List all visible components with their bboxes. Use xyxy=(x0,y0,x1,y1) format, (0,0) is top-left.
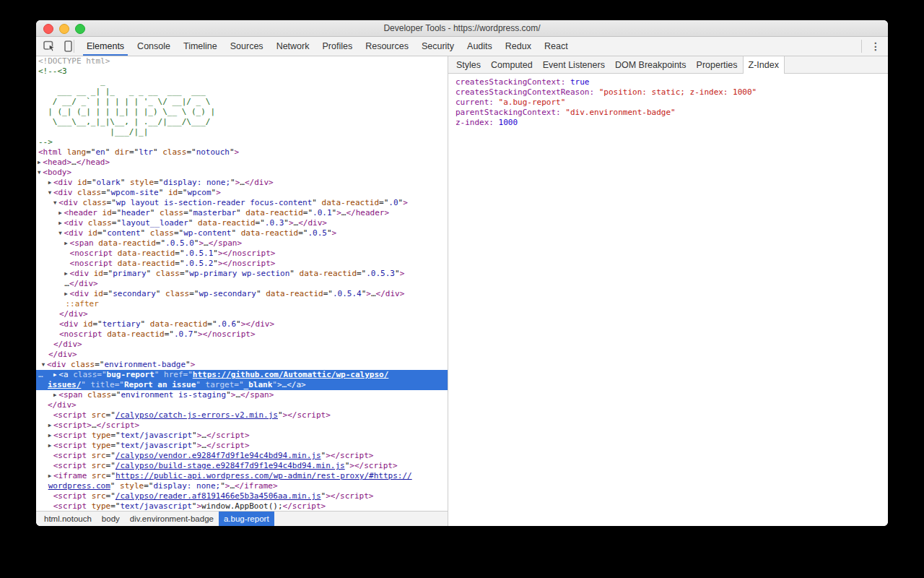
tab-sources[interactable]: Sources xyxy=(224,37,270,56)
title-bar: Developer Tools - https://wordpress.com/ xyxy=(36,20,888,37)
sidebar-tab-properties[interactable]: Properties xyxy=(692,56,743,73)
zindex-prop-current: current: "a.bug-report" xyxy=(456,98,888,108)
expand-arrow-icon[interactable]: ▶ xyxy=(48,420,53,431)
tree-line[interactable]: </div> xyxy=(36,350,448,360)
tab-audits[interactable]: Audits xyxy=(461,37,499,56)
sidebar-tab-dom-breakpoints[interactable]: DOM Breakpoints xyxy=(610,56,692,73)
tree-line[interactable]: </div> xyxy=(36,400,448,410)
expand-arrow-icon[interactable]: ▶ xyxy=(48,441,53,451)
tree-line[interactable]: ▶<span class="environment is-staging">…<… xyxy=(36,390,448,400)
expand-arrow-icon[interactable]: ▶ xyxy=(58,218,64,228)
zindex-prop-createsstackingcontextreason: createsStackingContextReason: "position:… xyxy=(456,87,888,98)
tree-line[interactable]: ▶<header id="header" class="masterbar" d… xyxy=(36,208,448,218)
tree-line[interactable]: ::after xyxy=(36,299,448,309)
close-window-button[interactable] xyxy=(43,24,53,34)
sidebar-tab-z-index[interactable]: Z-Index xyxy=(743,56,785,74)
expand-arrow-icon[interactable]: ▶ xyxy=(48,178,53,188)
inspect-element-icon[interactable] xyxy=(43,40,56,52)
tree-line[interactable]: ▼<body> xyxy=(36,168,448,178)
tree-line[interactable]: ▶<script type="text/javascript">…</scrip… xyxy=(36,431,448,441)
zindex-prop-parentstackingcontext: parentStackingContext: "div.environment-… xyxy=(456,108,888,118)
expand-arrow-icon[interactable]: ▶ xyxy=(48,471,53,481)
tree-line[interactable]: <div id="tertiary" data-reactid=".0.6"><… xyxy=(36,319,448,329)
tree-line[interactable]: ▼<div class="environment-badge"> xyxy=(36,360,448,370)
tab-resources[interactable]: Resources xyxy=(359,37,415,56)
zindex-prop-z-index: z-index: 1000 xyxy=(456,118,888,128)
breadcrumb: html.notouchbodydiv.environment-badgea.b… xyxy=(36,511,448,526)
tree-line[interactable]: ▶<script type="text/javascript">…</scrip… xyxy=(36,441,448,451)
expand-arrow-icon[interactable]: ▶ xyxy=(64,238,69,249)
tree-line[interactable]: <script src="/calypso/vendor.e9284f7d9f1… xyxy=(36,451,448,461)
breadcrumb-item-a-bug-report[interactable]: a.bug-report xyxy=(219,512,274,526)
breadcrumb-item-div-environment-badge[interactable]: div.environment-badge xyxy=(125,512,219,526)
collapse-arrow-icon[interactable]: ▼ xyxy=(48,188,53,198)
tree-line[interactable]: ▼<div id="content" class="wp-content" da… xyxy=(36,228,448,238)
window-title: Developer Tools - https://wordpress.com/ xyxy=(36,23,888,33)
tree-line[interactable]: ▼<div class="wpcom-site" id="wpcom"> xyxy=(36,188,448,198)
tree-line[interactable]: ▶<div id="secondary" class="wp-secondary… xyxy=(36,289,448,299)
sidebar-tab-event-listeners[interactable]: Event Listeners xyxy=(538,56,610,73)
tree-line[interactable]: ▶<div class="layout__loader" data-reacti… xyxy=(36,218,448,228)
elements-panel: <!DOCTYPE html><!--<3 _ ___ __ _| |_ _ _… xyxy=(36,56,448,526)
zoom-window-button[interactable] xyxy=(75,24,85,34)
tree-line[interactable]: <script type="text/javascript">window.Ap… xyxy=(36,501,448,511)
sidebar-tab-styles[interactable]: Styles xyxy=(451,56,486,73)
collapse-arrow-icon[interactable]: ▼ xyxy=(42,360,47,370)
more-actions-icon[interactable]: … xyxy=(38,370,44,380)
devtools-menu-icon[interactable]: ⋮ xyxy=(863,37,888,56)
tree-line[interactable]: ▶<span data-reactid=".0.5.0">…</span> xyxy=(36,238,448,249)
breadcrumb-item-html-notouch[interactable]: html.notouch xyxy=(39,512,97,526)
devtools-toolbar: ElementsConsoleTimelineSourcesNetworkPro… xyxy=(36,37,888,56)
sidebar-tabs: StylesComputedEvent ListenersDOM Breakpo… xyxy=(448,56,888,74)
devtools-window: Developer Tools - https://wordpress.com/… xyxy=(36,20,888,526)
tab-network[interactable]: Network xyxy=(270,37,316,56)
tree-line[interactable]: <script src="/calypso/build-stage.e9284f… xyxy=(36,461,448,471)
expand-arrow-icon[interactable]: ▶ xyxy=(64,269,69,279)
tab-security[interactable]: Security xyxy=(415,37,461,56)
zindex-pane: createsStackingContext: truecreatesStack… xyxy=(448,74,888,128)
sidebar-tab-computed[interactable]: Computed xyxy=(486,56,538,73)
tab-elements[interactable]: Elements xyxy=(80,37,131,56)
collapse-arrow-icon[interactable]: ▼ xyxy=(58,228,64,238)
tree-line[interactable]: <html lang="en" dir="ltr" class="notouch… xyxy=(36,147,448,158)
minimize-window-button[interactable] xyxy=(59,24,69,34)
panel-tabs: ElementsConsoleTimelineSourcesNetworkPro… xyxy=(80,37,575,56)
tree-line[interactable]: <script src="/calypso/catch-js-errors-v2… xyxy=(36,410,448,420)
traffic-lights xyxy=(43,24,85,34)
tab-timeline[interactable]: Timeline xyxy=(177,37,224,56)
tree-line[interactable]: …</div> xyxy=(36,279,448,289)
zindex-prop-createsstackingcontext: createsStackingContext: true xyxy=(456,77,888,87)
tree-line[interactable]: ▶<head>…</head> xyxy=(36,158,448,168)
tree-line[interactable]: <!--<3 _ ___ __ _| |_ _ _ __ ___ ___ / _… xyxy=(36,66,448,147)
expand-arrow-icon[interactable]: ▶ xyxy=(58,208,64,218)
toolbar-separator xyxy=(74,40,74,53)
tree-line-selected[interactable]: …▶<a class="bug-report" href="https://gi… xyxy=(36,370,448,380)
tab-console[interactable]: Console xyxy=(131,37,177,56)
tree-line[interactable]: ▶<iframe src="https://public-api.wordpre… xyxy=(36,471,448,481)
tree-line[interactable]: ▶<script>…</script> xyxy=(36,420,448,431)
tree-line[interactable]: <script src="/calypso/reader.af8191466e5… xyxy=(36,491,448,501)
tree-line[interactable]: wordpress.com" style="display: none;">…<… xyxy=(36,481,448,491)
tree-line[interactable]: </div> xyxy=(36,309,448,319)
expand-arrow-icon[interactable]: ▶ xyxy=(64,289,69,299)
toolbar-separator xyxy=(861,40,862,53)
tree-line[interactable]: <noscript data-reactid=".0.5.2"></noscri… xyxy=(36,259,448,269)
tree-line[interactable]: </div> xyxy=(36,340,448,350)
breadcrumb-item-body[interactable]: body xyxy=(97,512,125,526)
expand-arrow-icon[interactable]: ▶ xyxy=(48,431,53,441)
tree-line[interactable]: <noscript data-reactid=".0.7"></noscript… xyxy=(36,329,448,340)
dom-tree: <!DOCTYPE html><!--<3 _ ___ __ _| |_ _ _… xyxy=(36,56,448,511)
sidebar-panel: StylesComputedEvent ListenersDOM Breakpo… xyxy=(448,56,888,526)
tab-react[interactable]: React xyxy=(538,37,575,56)
tree-line[interactable]: ▶<div id="olark" style="display: none;">… xyxy=(36,178,448,188)
tree-line[interactable]: <noscript data-reactid=".0.5.1"></noscri… xyxy=(36,249,448,259)
tree-line-selected[interactable]: issues/" title="Report an issue" target=… xyxy=(36,380,448,390)
tree-line[interactable]: ▶<div id="primary" class="wp-primary wp-… xyxy=(36,269,448,279)
device-toolbar-icon[interactable] xyxy=(64,40,72,52)
tree-line[interactable]: <!DOCTYPE html> xyxy=(36,56,448,66)
tab-profiles[interactable]: Profiles xyxy=(315,37,359,56)
tree-line[interactable]: ▼<div class="wp layout is-section-reader… xyxy=(36,198,448,208)
tab-redux[interactable]: Redux xyxy=(499,37,538,56)
